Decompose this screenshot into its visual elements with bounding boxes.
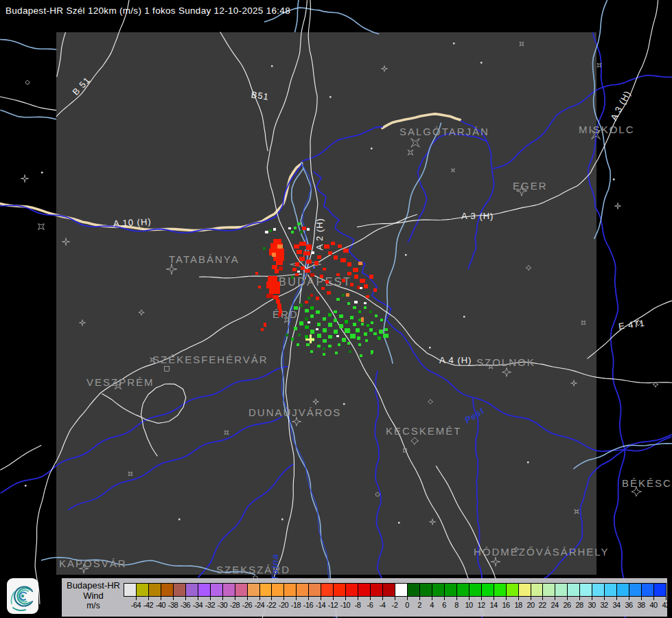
town-dot [527,461,529,464]
radar-map [0,0,672,618]
legend-color-step [222,583,235,597]
legend-color-step [185,583,198,597]
legend-tick [629,597,629,600]
legend-color-step [395,583,408,597]
legend-tick [469,597,470,600]
legend-tick [210,597,211,600]
legend-color-step [555,583,568,597]
legend-color-step [542,583,555,597]
radar-page: { "title": "Budapest-HR Szél 120km (m/s)… [0,0,672,618]
legend-tick [419,597,420,600]
legend-color-step [161,583,174,597]
legend-tick [283,597,284,600]
town-dot [178,518,181,520]
legend-tick [579,597,580,600]
legend-tick [444,597,445,600]
legend-tick [247,597,248,600]
legend-color-step [283,583,297,597]
legend-color-step [469,583,482,597]
legend-color-step [629,583,642,597]
legend-color-step [518,583,531,597]
legend-color-step [407,583,420,597]
legend-tick [222,597,223,600]
town-dot [25,485,27,487]
legend-tick-label: 42 [656,601,672,609]
legend-color-step [308,583,321,597]
town-dot [398,522,400,524]
legend-product-line2: Wind [63,591,124,601]
legend-tick [567,597,568,600]
legend-tick [456,597,457,600]
legend-color-step [136,583,149,597]
legend-color-step [382,583,395,597]
legend-tick [542,597,543,600]
town-dot [463,316,465,318]
legend-tick [321,597,321,600]
town-dot [343,403,345,405]
legend-tick [296,597,297,600]
legend-color-step [592,583,605,597]
legend-tick [395,597,395,600]
legend-color-step [296,583,309,597]
legend-product-line1: Budapest-HR [63,580,124,591]
legend-color-step [579,583,592,597]
legend-color-step [419,583,432,597]
legend-tick [148,597,149,600]
legend-color-step [506,583,519,597]
town-dot [429,347,431,349]
legend-color-step [259,583,272,597]
legend-color-step [567,583,580,597]
legend-tick [555,597,555,600]
legend-color-step [247,583,260,597]
legend-color-step [124,583,137,597]
legend-color-step [271,583,284,597]
legend-tick [653,597,654,600]
page-title: Budapest-HR Szél 120km (m/s) 1 fokos Sun… [5,5,290,16]
legend-tick [136,597,137,600]
town-dot [41,172,43,174]
legend-tick [407,597,408,600]
legend-panel: Budapest-HR Wind m/s -64-42-40-38-36-34-… [62,578,667,617]
legend-tick [506,597,507,600]
legend-tick [271,597,272,600]
legend-color-step [148,583,161,597]
legend-color-step [370,583,383,597]
legend-color-step [444,583,457,597]
legend-unit-label: m/s [63,601,124,610]
legend-tick [235,597,235,600]
town-dot [613,179,615,181]
legend-color-step [321,583,334,597]
legend-color-step [210,583,223,597]
legend-color-step [235,583,248,597]
legend-tick [345,597,346,600]
legend-color-step [432,583,445,597]
legend-tick [333,597,334,600]
legend-color-step [653,583,667,597]
legend-color-step [604,583,617,597]
legend-tick [604,597,605,600]
legend-color-step [481,583,494,597]
legend-color-step [333,583,346,597]
legend-tick [185,597,186,600]
legend-color-step [345,583,358,597]
legend-color-step [641,583,654,597]
legend-color-step [173,583,186,597]
legend-tick [531,597,531,600]
legend-tick [592,597,592,600]
town-dot [371,148,373,150]
legend-tick [173,597,174,600]
legend-color-step [494,583,507,597]
legend-tick [432,597,432,600]
legend-tick [481,597,482,600]
legend-color-step [531,583,543,597]
met-logo [7,578,38,614]
town-dot [453,43,455,45]
legend-color-step [616,583,629,597]
town-dot [281,518,283,520]
legend-tick [518,597,519,600]
legend-tick [259,597,260,600]
town-dot [405,254,407,256]
spiral-icon [7,578,38,614]
legend-tick [161,597,161,600]
legend-tick [494,597,494,600]
